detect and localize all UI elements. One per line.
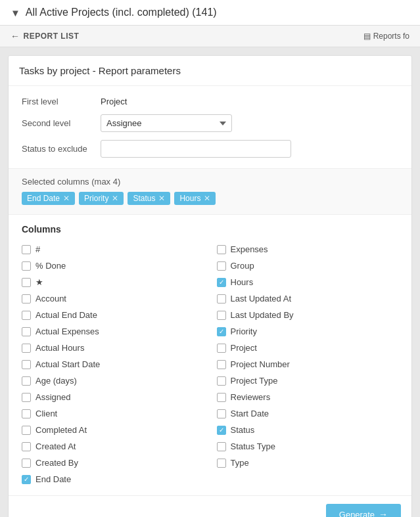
back-link[interactable]: ← REPORT LIST — [11, 31, 79, 41]
col-label-right-3: Last Updated At — [231, 294, 292, 303]
col-label-left-6: Actual Hours — [35, 343, 84, 353]
second-level-row: Second level Assignee None Priority Stat… — [22, 114, 398, 132]
generate-label: Generate — [339, 510, 375, 518]
top-bar-title: All Active Projects (incl. completed) (1… — [26, 7, 409, 18]
col-item-left-4: Actual End Date — [22, 308, 204, 322]
col-checkbox-left-6[interactable] — [22, 344, 31, 353]
col-checkbox-right-0[interactable] — [217, 245, 226, 254]
tag-end-date-label: End Date — [27, 194, 60, 203]
col-label-left-11: Completed At — [35, 425, 87, 435]
tag-priority-remove[interactable]: ✕ — [112, 194, 118, 203]
tag-end-date[interactable]: End Date ✕ — [22, 192, 75, 205]
col-checkbox-right-1[interactable] — [217, 261, 226, 271]
col-item-left-13: Created By — [22, 456, 204, 470]
col-item-left-8: Age (days) — [22, 374, 204, 388]
first-level-row: First level Project — [22, 97, 398, 106]
tag-end-date-remove[interactable]: ✕ — [63, 194, 70, 203]
col-item-right-5: Priority — [217, 325, 399, 338]
status-exclude-label: Status to exclude — [22, 144, 101, 154]
tag-status[interactable]: Status ✕ — [128, 192, 170, 205]
col-checkbox-right-9[interactable] — [217, 393, 226, 402]
col-item-left-2: ★ — [22, 275, 204, 289]
col-label-left-4: Actual End Date — [35, 310, 97, 320]
col-checkbox-right-7[interactable] — [217, 360, 226, 369]
col-item-right-7: Project Number — [217, 357, 399, 371]
tag-hours-remove[interactable]: ✕ — [204, 194, 210, 203]
col-item-right-4: Last Updated By — [217, 308, 399, 322]
second-level-label: Second level — [22, 118, 101, 128]
col-label-left-9: Assigned — [35, 392, 70, 402]
selected-columns-label: Selected columns (max 4) — [22, 177, 398, 187]
col-checkbox-left-1[interactable] — [22, 261, 31, 271]
col-item-right-11: Status — [217, 423, 399, 437]
col-checkbox-right-2[interactable] — [217, 278, 226, 287]
panel-footer: Generate → — [9, 495, 411, 517]
col-checkbox-right-3[interactable] — [217, 294, 226, 303]
tag-priority[interactable]: Priority ✕ — [79, 192, 124, 205]
main-panel: Tasks by project - Report parameters Fir… — [8, 55, 412, 517]
col-checkbox-left-3[interactable] — [22, 294, 31, 303]
col-checkbox-left-12[interactable] — [22, 442, 31, 451]
status-exclude-input[interactable] — [101, 140, 291, 158]
col-item-left-3: Account — [22, 292, 204, 305]
col-item-left-7: Actual Start Date — [22, 357, 204, 371]
col-item-right-9: Reviewers — [217, 390, 399, 404]
col-label-left-7: Actual Start Date — [35, 359, 100, 369]
col-checkbox-left-0[interactable] — [22, 245, 31, 254]
col-label-right-7: Project Number — [231, 359, 290, 369]
columns-grid: #Expenses% DoneGroup★HoursAccountLast Up… — [22, 242, 398, 486]
col-checkbox-left-8[interactable] — [22, 376, 31, 386]
col-checkbox-left-4[interactable] — [22, 311, 31, 320]
col-item-left-10: Client — [22, 407, 204, 420]
col-checkbox-right-6[interactable] — [217, 344, 226, 353]
first-level-label: First level — [22, 97, 101, 106]
col-label-right-11: Status — [231, 425, 255, 435]
col-label-right-9: Reviewers — [231, 392, 271, 402]
col-item-right-1: Group — [217, 259, 399, 273]
col-checkbox-left-7[interactable] — [22, 360, 31, 369]
col-label-left-12: Created At — [35, 441, 76, 451]
col-label-right-2: Hours — [231, 277, 254, 287]
col-checkbox-right-8[interactable] — [217, 376, 226, 386]
col-checkbox-left-11[interactable] — [22, 426, 31, 435]
panel-header-text: Tasks by project - Report parameters — [19, 65, 181, 76]
col-checkbox-right-4[interactable] — [217, 311, 226, 320]
col-label-left-3: Account — [35, 294, 66, 303]
col-checkbox-left-13[interactable] — [22, 459, 31, 468]
panel-header: Tasks by project - Report parameters — [9, 56, 411, 86]
col-label-left-5: Actual Expenses — [35, 326, 99, 336]
col-item-left-9: Assigned — [22, 390, 204, 404]
col-checkbox-left-9[interactable] — [22, 393, 31, 402]
col-label-left-13: Created By — [35, 458, 78, 468]
col-label-right-4: Last Updated By — [231, 310, 294, 320]
tag-status-remove[interactable]: ✕ — [158, 194, 165, 203]
tag-hours[interactable]: Hours ✕ — [174, 192, 216, 205]
tags-row: End Date ✕ Priority ✕ Status ✕ Hours ✕ — [22, 192, 398, 205]
col-item-right-3: Last Updated At — [217, 292, 399, 305]
col-checkbox-left-5[interactable] — [22, 327, 31, 336]
col-checkbox-right-13[interactable] — [217, 459, 226, 468]
col-item-right-10: Start Date — [217, 407, 399, 420]
columns-section: Columns #Expenses% DoneGroup★HoursAccoun… — [9, 215, 411, 495]
col-label-left-8: Age (days) — [35, 376, 77, 386]
reports-link[interactable]: ▤ Reports fo — [363, 32, 409, 41]
col-label-right-12: Status Type — [231, 441, 275, 451]
col-label-left-0: # — [35, 244, 40, 254]
col-checkbox-left-2[interactable] — [22, 278, 31, 287]
col-label-left-10: Client — [35, 409, 57, 418]
col-label-left-1: % Done — [35, 261, 66, 271]
col-item-right-0: Expenses — [217, 242, 399, 256]
second-level-select[interactable]: Assignee None Priority Status — [101, 114, 232, 132]
col-label-right-1: Group — [231, 261, 254, 271]
col-checkbox-right-11[interactable] — [217, 426, 226, 435]
col-checkbox-right-5[interactable] — [217, 327, 226, 336]
generate-arrow-icon: → — [379, 509, 388, 517]
col-checkbox-right-12[interactable] — [217, 442, 226, 451]
col-checkbox-left-10[interactable] — [22, 409, 31, 418]
col-item-right-8: Project Type — [217, 374, 399, 388]
col-checkbox-left-14[interactable] — [22, 475, 31, 484]
generate-button[interactable]: Generate → — [326, 504, 401, 517]
status-exclude-row: Status to exclude — [22, 140, 398, 158]
col-checkbox-right-10[interactable] — [217, 409, 226, 418]
col-label-right-6: Project — [231, 343, 257, 353]
